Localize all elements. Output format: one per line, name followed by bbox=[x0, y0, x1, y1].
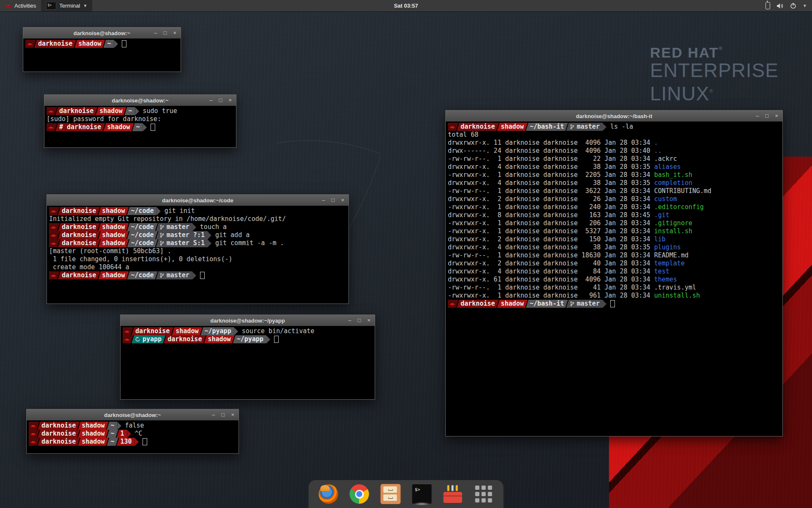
prompt-host-segment: shadow bbox=[96, 107, 126, 115]
prompt-line: darknoise shadow ~/bash-it master bbox=[448, 300, 782, 308]
terminal-screen[interactable]: darknoise shadow ~ bbox=[23, 39, 181, 72]
close-button[interactable]: × bbox=[775, 110, 778, 121]
titlebar[interactable]: darknoise@shadow:~/bash-it – □ × bbox=[446, 110, 782, 122]
output-line: create mode 100644 a bbox=[49, 263, 348, 271]
terminal-screen[interactable]: darknoise shadow ~ sudo true [sudo] pass… bbox=[44, 106, 236, 147]
close-button[interactable]: × bbox=[367, 315, 370, 326]
prompt-arrow bbox=[127, 430, 131, 438]
titlebar[interactable]: darknoise@shadow:~/code – □ × bbox=[47, 195, 348, 206]
close-button[interactable]: × bbox=[231, 409, 234, 420]
file-meta: drwxrwxr-x. 4 darknoise darknoise 84 Jan… bbox=[448, 268, 654, 276]
minimize-button[interactable]: – bbox=[348, 315, 351, 326]
file-name: template bbox=[654, 260, 685, 268]
prompt-host-segment: shadow bbox=[204, 335, 234, 343]
prompt-root-user-segment: # darknoise bbox=[55, 123, 105, 131]
minimize-button[interactable]: – bbox=[322, 195, 325, 206]
prompt-arrow bbox=[603, 300, 606, 308]
terminal-cursor bbox=[274, 336, 279, 343]
file-row: drwxrwxr-x. 4 darknoise darknoise 38 Jan… bbox=[448, 163, 782, 171]
file-meta: drwxrwxr-x. 4 darknoise darknoise 38 Jan… bbox=[448, 243, 654, 251]
file-meta: -rwxrwxr-x. 1 darknoise darknoise 5327 J… bbox=[448, 227, 654, 235]
close-button[interactable]: × bbox=[228, 95, 232, 106]
file-row: -rw-rw-r--. 1 darknoise darknoise 3622 J… bbox=[448, 187, 782, 195]
close-button[interactable]: × bbox=[173, 28, 176, 39]
file-meta: -rw-rw-r--. 1 darknoise darknoise 3622 J… bbox=[448, 187, 654, 195]
prompt-path-segment: ~/code bbox=[127, 271, 157, 279]
redhat-fedora-icon bbox=[123, 335, 133, 343]
file-row: drwxrwxr-x. 2 darknoise darknoise 150 Ja… bbox=[448, 235, 782, 243]
titlebar[interactable]: darknoise@shadow:~ – □ × bbox=[27, 409, 239, 421]
terminal-launcher-icon[interactable]: $> bbox=[412, 484, 432, 504]
terminal-screen[interactable]: darknoise shadow ~ false darknoise shado… bbox=[27, 420, 239, 453]
command-text: git add a bbox=[215, 231, 250, 239]
minimize-button[interactable]: – bbox=[154, 28, 157, 39]
minimize-button[interactable]: – bbox=[209, 95, 212, 106]
file-row: -rwxrwxr-x. 1 darknoise darknoise 240 Ja… bbox=[448, 203, 782, 211]
file-row: drwxrwxr-x. 4 darknoise darknoise 38 Jan… bbox=[448, 243, 782, 251]
titlebar[interactable]: darknoise@shadow:~ – □ × bbox=[23, 28, 181, 39]
file-row: drwxrwxr-x. 2 darknoise darknoise 40 Jan… bbox=[448, 260, 782, 268]
app-grid-icon[interactable] bbox=[474, 484, 494, 504]
prompt-arrow bbox=[143, 124, 147, 131]
close-button[interactable]: × bbox=[341, 195, 344, 206]
prompt-line: darknoise shadow ~/code master touch a bbox=[49, 223, 348, 231]
prompt-arrow bbox=[603, 123, 606, 131]
titlebar[interactable]: darknoise@shadow:~ – □ × bbox=[44, 95, 236, 106]
prompt-host-segment: shadow bbox=[103, 123, 134, 131]
clock[interactable]: Sat 03:57 bbox=[0, 3, 812, 9]
prompt-branch-segment: master ?:1 bbox=[156, 231, 208, 239]
file-row: -rw-rw-r--. 1 darknoise darknoise 41 Jan… bbox=[448, 284, 782, 292]
toolbox-icon[interactable] bbox=[443, 484, 463, 504]
prompt-host-segment: shadow bbox=[98, 271, 129, 279]
menu-caret-icon: ▼ bbox=[803, 3, 807, 8]
maximize-button[interactable]: □ bbox=[219, 95, 222, 106]
minimize-button[interactable]: – bbox=[212, 409, 215, 420]
prompt-exitcode-segment: 130 bbox=[117, 438, 135, 446]
file-name: .travis.yml bbox=[654, 284, 696, 292]
redhat-fedora-icon bbox=[49, 271, 60, 279]
terminal-window-sudo: darknoise@shadow:~ – □ × darknoise shado… bbox=[44, 94, 236, 148]
terminal-screen[interactable]: darknoise shadow ~/bash-it master ls -la… bbox=[446, 121, 782, 436]
prompt-user-segment: darknoise bbox=[457, 300, 499, 308]
app-menu-terminal[interactable]: $> Terminal ▼ bbox=[41, 0, 92, 11]
activities-button[interactable]: Activities bbox=[0, 0, 41, 11]
redhat-fedora-icon bbox=[49, 223, 60, 231]
prompt-path-segment: ~/bash-it bbox=[526, 123, 568, 131]
maximize-button[interactable]: □ bbox=[164, 28, 167, 39]
file-name: CONTRIBUTING.md bbox=[654, 187, 711, 195]
maximize-button[interactable]: □ bbox=[222, 409, 225, 420]
file-row: drwx------. 24 darknoise darknoise 4096 … bbox=[448, 147, 782, 155]
prompt-branch-segment: master bbox=[156, 271, 192, 279]
prompt-host-segment: shadow bbox=[497, 300, 527, 308]
terminal-window-code: darknoise@shadow:~/code – □ × darknoise … bbox=[47, 194, 349, 304]
window-title: darknoise@shadow:~/pyapp bbox=[121, 318, 375, 324]
terminal-window-pyapp: darknoise@shadow:~/pyapp – □ × darknoise… bbox=[120, 315, 375, 400]
prompt-line: darknoise shadow ~/code git init bbox=[49, 207, 348, 215]
prompt-arrow bbox=[135, 438, 139, 446]
git-branch-icon bbox=[160, 240, 164, 246]
system-status-area[interactable]: ▼ bbox=[765, 2, 812, 9]
prompt-exitcode-segment: 1 bbox=[117, 430, 127, 438]
firefox-icon[interactable] bbox=[319, 484, 338, 504]
command-text: false bbox=[125, 422, 144, 430]
prompt-arrow bbox=[157, 207, 161, 215]
maximize-button[interactable]: □ bbox=[358, 315, 361, 326]
terminal-cursor bbox=[122, 40, 126, 47]
prompt-user-segment: darknoise bbox=[55, 107, 97, 115]
drawer bbox=[384, 486, 397, 493]
prompt-path-segment: ~ bbox=[132, 123, 143, 131]
prompt-line: # darknoise shadow ~ bbox=[47, 123, 236, 131]
activities-label: Activities bbox=[14, 3, 36, 9]
chrome-icon[interactable] bbox=[350, 484, 369, 504]
file-manager-icon[interactable] bbox=[381, 484, 401, 504]
terminal-screen[interactable]: darknoise shadow ~/pyapp source bin/acti… bbox=[121, 326, 375, 399]
maximize-button[interactable]: □ bbox=[332, 195, 335, 206]
file-name: .gitignore bbox=[654, 219, 692, 227]
file-meta: drwxrwxr-x. 4 darknoise darknoise 38 Jan… bbox=[448, 179, 654, 187]
file-name: README.md bbox=[654, 251, 689, 260]
terminal-screen[interactable]: darknoise shadow ~/code git init Initial… bbox=[47, 206, 348, 304]
maximize-button[interactable]: □ bbox=[765, 110, 769, 121]
titlebar[interactable]: darknoise@shadow:~/pyapp – □ × bbox=[121, 315, 375, 326]
minimize-button[interactable]: – bbox=[756, 110, 759, 121]
file-row: drwxrwxr-x. 11 darknoise darknoise 4096 … bbox=[448, 139, 782, 147]
